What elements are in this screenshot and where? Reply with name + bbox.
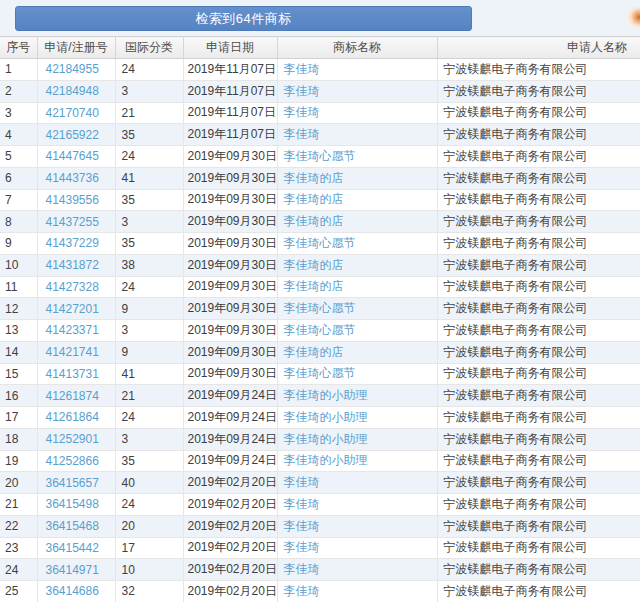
- cell-application-number[interactable]: 36415442: [37, 537, 115, 559]
- cell-trademark-name[interactable]: 李佳琦心愿节: [277, 298, 437, 320]
- cell-serial: 16: [0, 385, 37, 407]
- table-row: 2336415442172019年02月20日李佳琦宁波镁麒电子商务有限公司: [0, 537, 640, 559]
- cell-serial: 4: [0, 124, 37, 146]
- cell-serial: 2: [0, 80, 37, 102]
- table-row: 1641261874212019年09月24日李佳琦的小助理宁波镁麒电子商务有限…: [0, 385, 640, 407]
- cell-serial: 8: [0, 211, 37, 233]
- col-header-mark-name: 商标名称: [277, 37, 437, 59]
- cell-application-number[interactable]: 36414971: [37, 559, 115, 581]
- cell-serial: 19: [0, 450, 37, 472]
- cell-trademark-name[interactable]: 李佳琦的小助理: [277, 428, 437, 450]
- cell-application-number[interactable]: 41431872: [37, 254, 115, 276]
- cell-class: 24: [115, 494, 183, 516]
- cell-application-number[interactable]: 36414686: [37, 581, 115, 602]
- table-row: 142184955242019年11月07日李佳琦宁波镁麒电子商务有限公司: [0, 59, 640, 81]
- cell-application-number[interactable]: 41252901: [37, 428, 115, 450]
- cell-application-number[interactable]: 42184955: [37, 59, 115, 81]
- cell-trademark-name[interactable]: 李佳琦: [277, 124, 437, 146]
- cell-applicant: 宁波镁麒电子商务有限公司: [437, 341, 640, 363]
- cell-date: 2019年02月20日: [183, 494, 277, 516]
- cell-trademark-name[interactable]: 李佳琦: [277, 494, 437, 516]
- cell-serial: 13: [0, 320, 37, 342]
- table-row: 134142337132019年09月30日李佳琦心愿节宁波镁麒电子商务有限公司: [0, 320, 640, 342]
- cell-trademark-name[interactable]: 李佳琦: [277, 472, 437, 494]
- cell-application-number[interactable]: 42170740: [37, 102, 115, 124]
- cell-application-number[interactable]: 42165922: [37, 124, 115, 146]
- cell-applicant: 宁波镁麒电子商务有限公司: [437, 298, 640, 320]
- cell-applicant: 宁波镁麒电子商务有限公司: [437, 515, 640, 537]
- cell-applicant: 宁波镁麒电子商务有限公司: [437, 233, 640, 255]
- cell-serial: 3: [0, 102, 37, 124]
- cell-trademark-name[interactable]: 李佳琦: [277, 102, 437, 124]
- cell-date: 2019年09月30日: [183, 254, 277, 276]
- cell-application-number[interactable]: 41447645: [37, 146, 115, 168]
- cell-date: 2019年09月30日: [183, 233, 277, 255]
- cell-application-number[interactable]: 41252866: [37, 450, 115, 472]
- cell-application-number[interactable]: 41427201: [37, 298, 115, 320]
- cell-trademark-name[interactable]: 李佳琦心愿节: [277, 233, 437, 255]
- cell-application-number[interactable]: 36415657: [37, 472, 115, 494]
- cell-trademark-name[interactable]: 李佳琦的店: [277, 254, 437, 276]
- cell-applicant: 宁波镁麒电子商务有限公司: [437, 581, 640, 602]
- cell-class: 3: [115, 80, 183, 102]
- cell-serial: 12: [0, 298, 37, 320]
- cell-applicant: 宁波镁麒电子商务有限公司: [437, 450, 640, 472]
- cell-applicant: 宁波镁麒电子商务有限公司: [437, 385, 640, 407]
- cell-trademark-name[interactable]: 李佳琦心愿节: [277, 146, 437, 168]
- cell-application-number[interactable]: 41427328: [37, 276, 115, 298]
- cell-class: 17: [115, 537, 183, 559]
- cell-class: 24: [115, 59, 183, 81]
- cell-date: 2019年11月07日: [183, 102, 277, 124]
- cell-application-number[interactable]: 41443736: [37, 167, 115, 189]
- cell-trademark-name[interactable]: 李佳琦: [277, 537, 437, 559]
- cell-application-number[interactable]: 36415468: [37, 515, 115, 537]
- table-row: 84143725532019年09月30日李佳琦的店宁波镁麒电子商务有限公司: [0, 211, 640, 233]
- cell-application-number[interactable]: 42184948: [37, 80, 115, 102]
- cell-trademark-name[interactable]: 李佳琦: [277, 80, 437, 102]
- table-body: 142184955242019年11月07日李佳琦宁波镁麒电子商务有限公司242…: [0, 59, 640, 602]
- cell-trademark-name[interactable]: 李佳琦的小助理: [277, 450, 437, 472]
- cell-application-number[interactable]: 41261864: [37, 407, 115, 429]
- cell-application-number[interactable]: 36415498: [37, 494, 115, 516]
- cell-trademark-name[interactable]: 李佳琦的店: [277, 167, 437, 189]
- floating-widget-icon[interactable]: [626, 7, 640, 28]
- cell-class: 24: [115, 407, 183, 429]
- cell-application-number[interactable]: 41439556: [37, 189, 115, 211]
- cell-class: 41: [115, 363, 183, 385]
- cell-application-number[interactable]: 41423371: [37, 320, 115, 342]
- cell-trademark-name[interactable]: 李佳琦: [277, 559, 437, 581]
- cell-trademark-name[interactable]: 李佳琦的小助理: [277, 407, 437, 429]
- table-row: 2436414971102019年02月20日李佳琦宁波镁麒电子商务有限公司: [0, 559, 640, 581]
- cell-application-number[interactable]: 41261874: [37, 385, 115, 407]
- cell-trademark-name[interactable]: 李佳琦的店: [277, 341, 437, 363]
- cell-class: 24: [115, 146, 183, 168]
- cell-serial: 11: [0, 276, 37, 298]
- cell-trademark-name[interactable]: 李佳琦的小助理: [277, 385, 437, 407]
- cell-trademark-name[interactable]: 李佳琦心愿节: [277, 320, 437, 342]
- cell-trademark-name[interactable]: 李佳琦: [277, 581, 437, 602]
- cell-serial: 25: [0, 581, 37, 602]
- cell-class: 9: [115, 298, 183, 320]
- cell-applicant: 宁波镁麒电子商务有限公司: [437, 537, 640, 559]
- cell-trademark-name[interactable]: 李佳琦: [277, 515, 437, 537]
- cell-applicant: 宁波镁麒电子商务有限公司: [437, 167, 640, 189]
- table-row: 2036415657402019年02月20日李佳琦宁波镁麒电子商务有限公司: [0, 472, 640, 494]
- cell-date: 2019年09月24日: [183, 407, 277, 429]
- cell-application-number[interactable]: 41437255: [37, 211, 115, 233]
- cell-application-number[interactable]: 41421741: [37, 341, 115, 363]
- cell-date: 2019年09月30日: [183, 298, 277, 320]
- table-row: 2136415498242019年02月20日李佳琦宁波镁麒电子商务有限公司: [0, 494, 640, 516]
- cell-trademark-name[interactable]: 李佳琦心愿节: [277, 363, 437, 385]
- cell-trademark-name[interactable]: 李佳琦的店: [277, 211, 437, 233]
- table-header-row: 序号 申请/注册号 国际分类 申请日期 商标名称 申请人名称: [0, 37, 640, 59]
- cell-application-number[interactable]: 41437229: [37, 233, 115, 255]
- cell-class: 35: [115, 450, 183, 472]
- cell-trademark-name[interactable]: 李佳琦的店: [277, 189, 437, 211]
- cell-class: 20: [115, 515, 183, 537]
- cell-application-number[interactable]: 41413731: [37, 363, 115, 385]
- cell-trademark-name[interactable]: 李佳琦: [277, 59, 437, 81]
- cell-serial: 18: [0, 428, 37, 450]
- cell-trademark-name[interactable]: 李佳琦的店: [277, 276, 437, 298]
- cell-class: 24: [115, 276, 183, 298]
- cell-class: 3: [115, 320, 183, 342]
